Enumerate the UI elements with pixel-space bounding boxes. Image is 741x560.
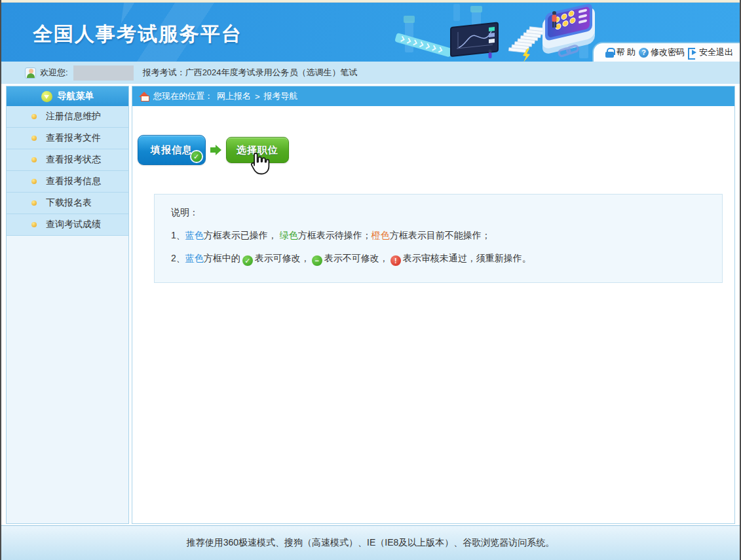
sidebar-item-view-exam-files[interactable]: 查看报考文件	[7, 128, 128, 149]
green-word: 绿色	[280, 230, 298, 240]
sidebar-item-view-application-status[interactable]: 查看报考状态	[7, 149, 128, 171]
header-links: 帮 助 ? 修改密码 安全退出	[592, 42, 740, 62]
sidebar-item-label: 查看报考信息	[46, 176, 101, 187]
browser-recommendation-text: 推荐使用360极速模式、搜狗（高速模式）、IE（IE8及以上版本）、谷歌浏览器访…	[187, 537, 555, 549]
user-avatar-icon	[25, 67, 36, 79]
sidebar-item-label: 查看报考状态	[46, 154, 101, 166]
content: 导航菜单 注册信息维护 查看报考文件 查看报考状态 查看报考信息	[1, 86, 740, 524]
bullet-dot-icon	[31, 114, 37, 119]
help-link-label: 帮 助	[616, 47, 636, 58]
minus-circle-icon: −	[312, 255, 322, 266]
change-password-label: 修改密码	[651, 47, 685, 58]
instructions-box: 说明： 1、蓝色方框表示已操作， 绿色方框表示待操作；橙色方框表示目前不能操作；…	[154, 194, 723, 283]
exclamation-circle-icon: !	[390, 255, 401, 266]
orange-word: 橙色	[371, 230, 390, 240]
bullet-dot-icon	[31, 179, 37, 184]
header: 全国人事考试服务平台	[1, 3, 740, 62]
fill-info-step-button[interactable]: 填报信息 ✓	[138, 135, 206, 165]
page: 全国人事考试服务平台	[0, 0, 741, 560]
sidebar-item-register-info[interactable]: 注册信息维护	[7, 106, 128, 128]
sidebar-menu: 注册信息维护 查看报考文件 查看报考状态 查看报考信息 下载报名表	[7, 106, 128, 236]
sidebar-item-query-scores[interactable]: 查询考试成绩	[7, 214, 128, 236]
breadcrumb: 您现在的位置： 网上报名 > 报考导航	[132, 86, 734, 106]
footer: 推荐使用360极速模式、搜狗（高速模式）、IE（IE8及以上版本）、谷歌浏览器访…	[1, 525, 740, 560]
header-illustration-icon	[393, 3, 596, 62]
bullet-dot-icon	[31, 136, 37, 141]
change-password-link[interactable]: ? 修改密码	[639, 47, 685, 58]
bullet-dot-icon	[31, 200, 37, 206]
arrow-right-icon	[210, 145, 221, 155]
lock-icon	[605, 48, 614, 58]
nav-menu-icon	[41, 91, 52, 102]
logout-link[interactable]: 安全退出	[688, 47, 733, 58]
sidebar-filler	[7, 236, 128, 523]
instructions-line-2: 2、蓝色方框中的✓表示可修改，−表示不可修改，!表示审核未通过，须重新操作。	[171, 252, 722, 266]
home-icon	[139, 92, 149, 102]
logout-label: 安全退出	[699, 47, 733, 58]
sidebar-item-label: 下载报名表	[46, 197, 92, 209]
bullet-dot-icon	[31, 157, 37, 162]
blue-word: 蓝色	[185, 230, 204, 240]
check-badge-icon: ✓	[191, 151, 202, 162]
select-position-label: 选择职位	[237, 144, 278, 157]
main-panel: 您现在的位置： 网上报名 > 报考导航 填报信息 ✓ 选择职位	[132, 86, 735, 524]
instructions-heading: 说明：	[171, 206, 722, 219]
bullet-dot-icon	[31, 222, 37, 227]
sidebar-title: 导航菜单	[58, 90, 94, 102]
fill-info-label: 填报信息	[151, 144, 193, 157]
sidebar-item-view-application-info[interactable]: 查看报考信息	[7, 171, 128, 193]
site-title: 全国人事考试服务平台	[33, 21, 242, 48]
check-circle-icon: ✓	[242, 255, 253, 266]
sidebar-item-label: 查看报考文件	[46, 132, 101, 144]
breadcrumb-prefix: 您现在的位置：	[153, 90, 213, 102]
sidebar-item-label: 查询考试成绩	[46, 219, 101, 231]
welcome-bar: 欢迎您: 报考考试：广西2024年度考试录用公务员（选调生）笔试	[1, 62, 740, 84]
sidebar-item-download-form[interactable]: 下载报名表	[7, 193, 128, 214]
sidebar: 导航菜单 注册信息维护 查看报考文件 查看报考状态 查看报考信息	[6, 86, 129, 524]
exam-name: 报考考试：广西2024年度考试录用公务员（选调生）笔试	[143, 67, 358, 79]
sidebar-item-label: 注册信息维护	[46, 111, 101, 122]
username-redacted-box	[73, 65, 134, 81]
blue-word: 蓝色	[185, 253, 204, 263]
question-circle-icon: ?	[639, 48, 649, 58]
logout-icon	[688, 48, 697, 57]
main-body: 填报信息 ✓ 选择职位 说明：	[132, 106, 734, 523]
select-position-step-button[interactable]: 选择职位	[226, 137, 289, 163]
step-flow: 填报信息 ✓ 选择职位	[132, 106, 734, 165]
breadcrumb-separator: >	[255, 92, 260, 102]
instructions-line-1: 1、蓝色方框表示已操作， 绿色方框表示待操作；橙色方框表示目前不能操作；	[171, 229, 722, 242]
sidebar-header: 导航菜单	[7, 86, 128, 106]
breadcrumb-current: 报考导航	[264, 90, 298, 102]
welcome-greeting: 欢迎您:	[40, 67, 68, 79]
breadcrumb-link-online-registration[interactable]: 网上报名	[217, 90, 251, 102]
help-link[interactable]: 帮 助	[605, 47, 636, 58]
